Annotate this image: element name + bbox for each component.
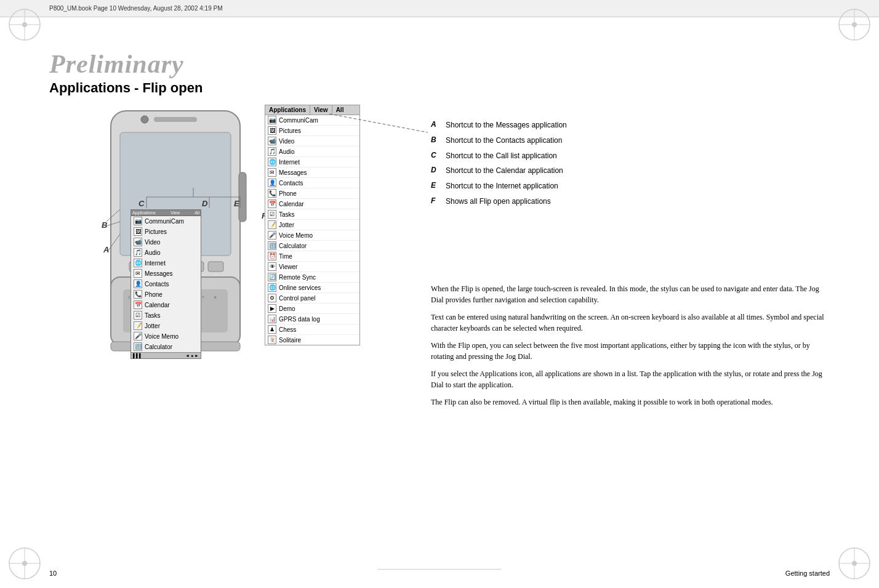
voicememo-icon: 🎤 bbox=[268, 231, 276, 240]
mini-list-item: 🔢Calculator bbox=[131, 342, 201, 352]
mini-app-list-header: Applications View All bbox=[131, 210, 201, 216]
svg-text:D: D bbox=[202, 199, 208, 208]
internet-icon: 🌐 bbox=[268, 158, 276, 166]
app-list-header: Applications View All bbox=[265, 105, 359, 115]
mini-list-item: 📷CommuniCam bbox=[131, 216, 201, 227]
list-item-tasks[interactable]: ☑Tasks bbox=[265, 209, 359, 220]
time-icon: ⏰ bbox=[268, 252, 276, 260]
list-item-gprslog[interactable]: 📊GPRS data log bbox=[265, 314, 359, 324]
gprslog-icon: 📊 bbox=[268, 315, 276, 323]
chess-icon: ♟ bbox=[268, 325, 276, 334]
list-item-messages[interactable]: ✉Messages bbox=[265, 167, 359, 178]
corner-decoration-tl bbox=[6, 6, 43, 43]
list-item-contacts[interactable]: 👤Contacts bbox=[265, 178, 359, 188]
mini-icon: ☑ bbox=[134, 311, 142, 320]
desc-letter-d: D bbox=[431, 166, 441, 174]
mini-list-item: 📅Calendar bbox=[131, 300, 201, 310]
calculator-icon: 🔢 bbox=[268, 241, 276, 250]
mini-app-list: Applications View All 📷CommuniCam 🖼Pictu… bbox=[130, 209, 201, 359]
app-list-popup: Applications View All 📷CommuniCam 🖼Pictu… bbox=[265, 105, 360, 345]
body-text-area: When the Flip is opened, the large touch… bbox=[431, 283, 830, 414]
list-item-communicam[interactable]: 📷CommuniCam bbox=[265, 115, 359, 126]
desc-text-a: Shortcut to the Messages application bbox=[446, 120, 567, 131]
mini-icon: 📹 bbox=[134, 238, 142, 246]
jotter-icon: 📝 bbox=[268, 220, 276, 229]
list-item-audio[interactable]: 🎵Audio bbox=[265, 147, 359, 157]
body-para-2: Text can be entered using natural handwr… bbox=[431, 312, 830, 334]
mini-icon: 📞 bbox=[134, 290, 142, 299]
body-para-5: The Flip can also be removed. A virtual … bbox=[431, 397, 830, 408]
messages-icon: ✉ bbox=[268, 168, 276, 177]
pictures-icon: 🖼 bbox=[268, 126, 276, 135]
list-item-onlineservices[interactable]: 🌐Online services bbox=[265, 283, 359, 293]
mini-list-item: 📝Jotter bbox=[131, 321, 201, 331]
desc-letter-a: A bbox=[431, 120, 441, 129]
svg-text:8: 8 bbox=[214, 295, 217, 300]
svg-text:E: E bbox=[234, 199, 239, 208]
desc-item-b: B Shortcut to the Contacts application bbox=[431, 135, 830, 146]
mini-icon: 📷 bbox=[134, 217, 142, 225]
desc-letter-b: B bbox=[431, 135, 441, 144]
mini-list-item: 🎵Audio bbox=[131, 248, 201, 258]
list-item-internet[interactable]: 🌐Internet bbox=[265, 157, 359, 167]
list-item-video[interactable]: 📹Video bbox=[265, 136, 359, 147]
mini-tab-applications: Applications bbox=[132, 211, 156, 215]
controlpanel-icon: ⚙ bbox=[268, 294, 276, 302]
tab-applications[interactable]: Applications bbox=[265, 105, 310, 115]
mini-list-item: 🌐Internet bbox=[131, 258, 201, 268]
list-item-calendar[interactable]: 📅Calendar bbox=[265, 199, 359, 209]
mini-list-item: 🎤Voice Memo bbox=[131, 331, 201, 342]
mini-icon: 🖼 bbox=[134, 227, 142, 236]
body-para-1: When the Flip is opened, the large touch… bbox=[431, 283, 830, 305]
body-para-4: If you select the Applications icon, all… bbox=[431, 368, 830, 390]
desc-item-a: A Shortcut to the Messages application bbox=[431, 120, 830, 131]
svg-rect-24 bbox=[208, 262, 223, 272]
mini-signal: ▌▌▌ bbox=[133, 353, 142, 358]
svg-text:7: 7 bbox=[202, 295, 204, 300]
footer-divider bbox=[378, 569, 501, 570]
desc-letter-f: F bbox=[431, 196, 441, 205]
list-item-phone[interactable]: 📞Phone bbox=[265, 188, 359, 199]
mini-list-item: 👤Contacts bbox=[131, 279, 201, 289]
list-item-chess[interactable]: ♟Chess bbox=[265, 324, 359, 335]
mini-tab-view: View bbox=[171, 211, 180, 215]
section-title: Applications - Flip open bbox=[49, 80, 830, 96]
mini-icon: 🎤 bbox=[134, 332, 142, 340]
page-title-area: Preliminary Applications - Flip open bbox=[49, 49, 830, 96]
mini-list-item: 📞Phone bbox=[131, 289, 201, 300]
list-item-jotter[interactable]: 📝Jotter bbox=[265, 220, 359, 230]
communicam-icon: 📷 bbox=[268, 116, 276, 124]
list-item-calculator[interactable]: 🔢Calculator bbox=[265, 241, 359, 251]
tab-view[interactable]: View bbox=[310, 105, 332, 115]
footer-right-text: Getting started bbox=[785, 570, 830, 577]
desc-letter-c: C bbox=[431, 151, 441, 159]
footer-page-number: 10 bbox=[49, 570, 57, 577]
svg-point-19 bbox=[141, 116, 148, 123]
onlineservices-icon: 🌐 bbox=[268, 283, 276, 292]
svg-rect-18 bbox=[154, 117, 197, 122]
list-item-viewer[interactable]: 👁Viewer bbox=[265, 262, 359, 272]
demo-icon: ▶ bbox=[268, 304, 276, 313]
list-item-demo[interactable]: ▶Demo bbox=[265, 304, 359, 314]
list-item-voicememo[interactable]: 🎤Voice Memo bbox=[265, 230, 359, 241]
desc-item-e: E Shortcut to the Internet application bbox=[431, 181, 830, 191]
svg-text:C: C bbox=[138, 199, 145, 208]
desc-text-d: Shortcut to the Calendar application bbox=[446, 166, 563, 176]
desc-item-c: C Shortcut to the Call list application bbox=[431, 151, 830, 161]
preliminary-title: Preliminary bbox=[49, 49, 830, 79]
descriptions-panel: A Shortcut to the Messages application B… bbox=[431, 120, 830, 212]
mini-icon: 📅 bbox=[134, 300, 142, 309]
mini-icon: ✉ bbox=[134, 269, 142, 278]
phone-icon: 📞 bbox=[268, 189, 276, 198]
mini-controls: ◄ ● ► bbox=[185, 353, 199, 358]
list-item-solitaire[interactable]: 🃏Solitaire bbox=[265, 335, 359, 345]
list-item-controlpanel[interactable]: ⚙Control panel bbox=[265, 293, 359, 304]
mini-icon: 🎵 bbox=[134, 248, 142, 257]
list-item-remotesync[interactable]: 🔄Remote Sync bbox=[265, 272, 359, 283]
tab-all[interactable]: All bbox=[332, 105, 348, 115]
list-item-time[interactable]: ⏰Time bbox=[265, 251, 359, 262]
mini-status-bar: ▌▌▌ ◄ ● ► bbox=[131, 352, 201, 358]
list-item-pictures[interactable]: 🖼Pictures bbox=[265, 126, 359, 136]
footer: 10 Getting started bbox=[49, 570, 830, 577]
mini-icon: 🔢 bbox=[134, 342, 142, 351]
